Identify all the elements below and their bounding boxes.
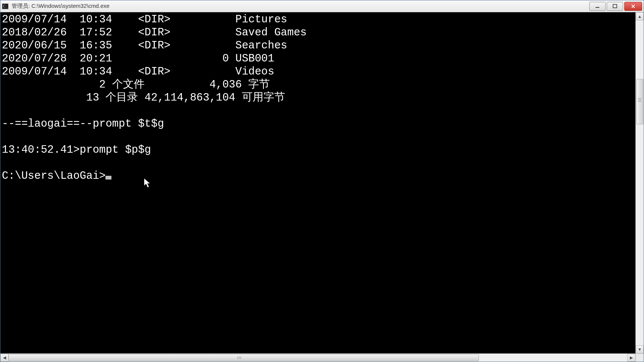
svg-rect-3 — [613, 4, 617, 8]
console-output[interactable]: 2009/07/14 10:34 <DIR> Pictures 2018/02/… — [0, 12, 635, 353]
close-button[interactable] — [624, 2, 642, 11]
scroll-up-button[interactable]: ▲ — [636, 12, 644, 20]
hscroll-track[interactable] — [9, 354, 627, 362]
window-title: 管理员: C:\Windows\system32\cmd.exe — [12, 3, 110, 10]
scroll-left-button[interactable]: ◀ — [0, 354, 9, 362]
scroll-right-button[interactable]: ▶ — [627, 354, 635, 362]
scroll-corner — [635, 354, 644, 362]
maximize-button[interactable] — [607, 2, 623, 11]
svg-rect-2 — [596, 7, 599, 8]
vertical-scrollbar[interactable]: ▲ ▼ — [635, 12, 644, 353]
window-controls — [589, 0, 642, 12]
svg-text:C:: C: — [3, 4, 7, 8]
console-area: 2009/07/14 10:34 <DIR> Pictures 2018/02/… — [0, 12, 644, 353]
vscroll-track[interactable] — [636, 20, 644, 345]
scroll-down-button[interactable]: ▼ — [636, 345, 644, 353]
titlebar[interactable]: C: 管理员: C:\Windows\system32\cmd.exe — [0, 0, 644, 12]
minimize-button[interactable] — [589, 2, 606, 11]
cmd-window: C: 管理员: C:\Windows\system32\cmd.exe 2009… — [0, 0, 644, 362]
prompt-line: C:\Users\LaoGai> — [2, 170, 105, 182]
cmd-icon: C: — [2, 3, 9, 10]
vscroll-thumb[interactable] — [636, 79, 643, 124]
horizontal-scrollbar[interactable]: ◀ ▶ — [0, 353, 644, 362]
hscroll-thumb[interactable] — [9, 354, 479, 361]
mouse-pointer-icon — [143, 178, 152, 193]
text-cursor — [105, 176, 111, 180]
